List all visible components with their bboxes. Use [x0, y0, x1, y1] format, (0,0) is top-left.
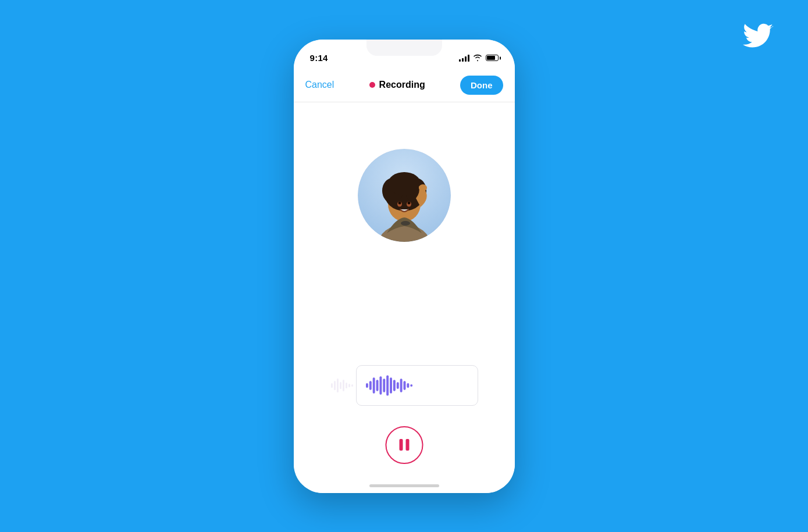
svg-rect-34	[403, 381, 405, 390]
svg-rect-36	[410, 384, 412, 387]
pause-button-container	[385, 426, 423, 464]
status-icons	[459, 54, 499, 62]
cancel-button[interactable]: Cancel	[305, 80, 334, 90]
signal-bars-icon	[459, 55, 469, 62]
waveform-section	[294, 365, 515, 406]
svg-rect-22	[351, 384, 353, 387]
phone-notch	[366, 40, 442, 56]
status-time: 9:14	[310, 53, 328, 63]
svg-rect-25	[372, 377, 375, 393]
svg-rect-20	[346, 383, 347, 388]
svg-rect-15	[331, 383, 333, 388]
battery-icon	[486, 55, 499, 61]
recording-dot	[369, 82, 375, 88]
svg-point-8	[388, 172, 421, 195]
pause-button[interactable]	[385, 426, 423, 464]
svg-rect-28	[383, 379, 385, 392]
svg-rect-23	[366, 383, 368, 388]
svg-rect-33	[400, 379, 402, 392]
svg-rect-17	[337, 379, 339, 392]
svg-rect-29	[386, 375, 389, 395]
svg-rect-26	[376, 380, 378, 391]
svg-rect-21	[348, 384, 350, 387]
svg-rect-16	[334, 381, 336, 390]
waveform-outside	[330, 374, 354, 397]
svg-point-13	[419, 184, 427, 191]
svg-point-14	[401, 221, 410, 226]
phone-frame: 9:14 Cancel Recording	[294, 40, 515, 493]
svg-rect-31	[393, 380, 395, 391]
waveform-fade-icon	[330, 374, 354, 397]
svg-point-12	[407, 201, 410, 204]
twitter-logo	[743, 23, 773, 55]
svg-rect-19	[343, 380, 344, 391]
waveform-box	[356, 365, 478, 406]
svg-point-11	[398, 201, 401, 204]
svg-rect-35	[407, 383, 409, 388]
home-indicator	[369, 484, 439, 487]
svg-rect-32	[396, 382, 398, 389]
svg-rect-30	[390, 377, 392, 393]
avatar-image	[358, 149, 451, 242]
recording-status: Recording	[369, 80, 425, 90]
waveform-active-icon	[366, 373, 468, 398]
user-avatar	[358, 149, 451, 242]
content-area	[294, 102, 515, 493]
pause-icon	[399, 439, 409, 451]
svg-rect-18	[340, 382, 341, 389]
done-button[interactable]: Done	[460, 76, 503, 95]
nav-bar: Cancel Recording Done	[294, 69, 515, 102]
svg-rect-24	[369, 381, 371, 390]
svg-rect-27	[379, 376, 382, 394]
wifi-icon	[473, 54, 482, 62]
